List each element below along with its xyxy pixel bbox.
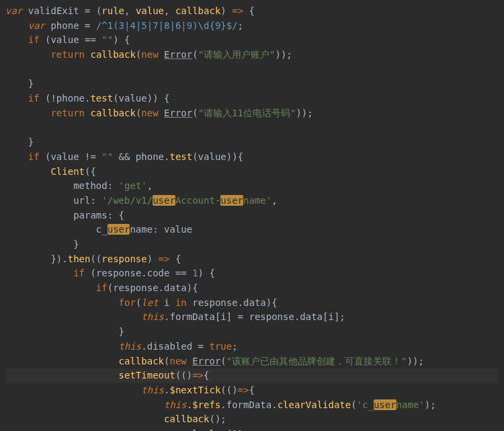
err-phone: "请输入11位电话号码" (198, 108, 296, 118)
phone-regex: /^1(3|4|5|7|8|6|9)\d{9}$/ (96, 20, 238, 31)
highlight-user: user (374, 399, 396, 410)
code-editor[interactable]: var validExit = (rule, value, callback) … (0, 0, 504, 431)
highlight-user: user (108, 224, 130, 235)
highlight-user: user (153, 195, 175, 206)
current-line: setTimeout(()=>{ (5, 368, 499, 383)
err-empty: "请输入用户账户" (198, 49, 276, 60)
fn-name: validExit (28, 5, 79, 16)
err-exist: "该账户已由其他品牌创建，可直接关联！" (226, 356, 407, 366)
highlight-user: user (220, 195, 243, 206)
